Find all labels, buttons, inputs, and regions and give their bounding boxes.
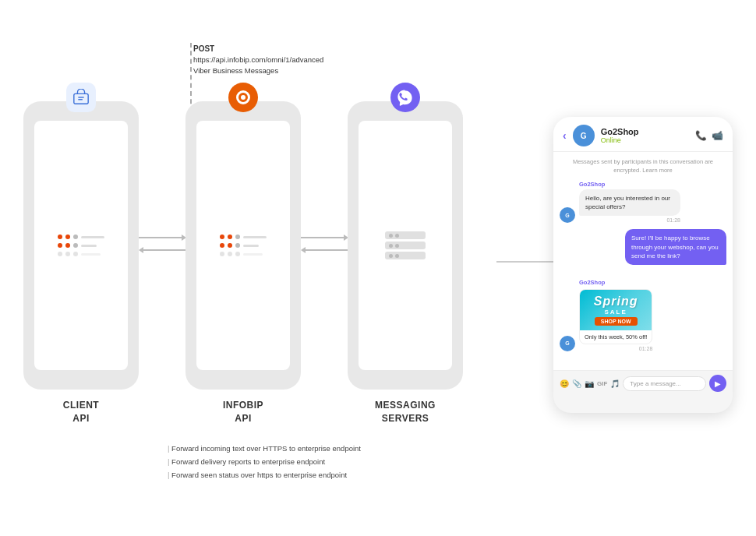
messaging-servers-label: MESSAGING SERVERS <box>375 399 436 425</box>
client-api-icon <box>66 83 96 112</box>
bottom-line-2: Forward delivery reports to enterprise e… <box>168 455 361 468</box>
post-url: https://api.infobip.com/omni/1/advanced <box>193 55 323 65</box>
msg-bubble-1: Hello, are you interested in our special… <box>579 189 680 216</box>
post-label: POST <box>193 43 323 55</box>
viber-header-icons: 📞 📹 <box>695 130 723 141</box>
viber-call-icon[interactable]: 📞 <box>695 130 707 141</box>
viber-contact-name: Go2Shop <box>601 127 689 136</box>
messaging-servers-phone-box <box>348 101 463 390</box>
post-desc: Viber Business Messages <box>193 65 323 76</box>
messaging-servers-unit: MESSAGING SERVERS <box>348 101 463 425</box>
camera-icon[interactable]: 📷 <box>585 379 594 388</box>
infobip-api-phone-box <box>185 101 301 390</box>
spring-sale-image: Spring SALE SHOP NOW <box>580 290 652 330</box>
infobip-api-label: INFOBIP API <box>223 399 263 425</box>
viber-contact-avatar: G <box>573 125 595 146</box>
msg-sender-3: Go2Shop <box>579 279 652 286</box>
client-api-phone-box <box>23 101 139 390</box>
connect-line-to-viber <box>496 261 557 263</box>
sale-label: SALE <box>604 309 627 316</box>
bottom-line-3: Forward seen status over https to enterp… <box>168 468 361 481</box>
attach-icon[interactable]: 📎 <box>572 379 581 388</box>
msg-avatar-3: G <box>560 336 575 351</box>
message-3: G Go2Shop Spring SALE SHOP NOW Only this… <box>560 279 726 351</box>
arrow-client-to-infobip <box>139 235 185 253</box>
viber-chat-header: ‹ G Go2Shop Online 📞 📹 <box>553 117 733 152</box>
viber-phone-mockup: ‹ G Go2Shop Online 📞 📹 Messages sent by … <box>553 117 733 413</box>
msg-avatar-1: G <box>560 207 575 223</box>
infobip-api-dots <box>220 235 267 256</box>
arrow-infobip-to-messaging <box>301 235 348 253</box>
msg-time-3: 01:28 <box>579 346 652 351</box>
message-1: G Go2Shop Hello, are you interested in o… <box>560 181 726 223</box>
audio-icon[interactable]: 🎵 <box>610 379 620 388</box>
infobip-api-unit: INFOBIP API <box>185 101 301 425</box>
messaging-servers-phone-screen <box>359 121 452 370</box>
spring-title: Spring <box>594 294 638 309</box>
viber-message-input[interactable]: Type a message... <box>623 376 706 391</box>
svg-rect-0 <box>74 93 88 104</box>
client-api-dots <box>58 235 104 256</box>
bottom-line-1: Forward incoming text over HTTPS to ente… <box>168 442 361 455</box>
viber-video-icon[interactable]: 📹 <box>712 130 723 141</box>
msg-time-2: 01:28 ✓✓ <box>625 266 726 273</box>
msg-bubble-2: Sure! I'll be happy to browse through yo… <box>625 229 726 265</box>
client-api-unit: CLIENT API <box>23 101 139 425</box>
spring-caption: Only this week, 50% off! <box>580 330 652 344</box>
shop-now-button[interactable]: SHOP NOW <box>595 317 638 326</box>
emoji-icon[interactable]: 😊 <box>560 379 569 388</box>
spring-sale-card: Spring SALE SHOP NOW Only this week, 50%… <box>579 289 652 344</box>
viber-input-placeholder: Type a message... <box>630 380 680 387</box>
message-2: Sure! I'll be happy to browse through yo… <box>560 229 726 273</box>
infobip-api-phone-screen <box>196 121 290 370</box>
client-api-phone-screen <box>34 121 128 370</box>
viber-back-button[interactable]: ‹ <box>563 129 567 142</box>
viber-contact-info: Go2Shop Online <box>601 127 689 144</box>
viber-messages-area: Messages sent by participants in this co… <box>553 152 733 370</box>
viber-contact-status: Online <box>601 136 689 144</box>
infobip-api-icon <box>228 83 258 112</box>
post-annotation: POST https://api.infobip.com/omni/1/adva… <box>193 43 323 77</box>
viber-input-bar: 😊 📎 📷 GIF 🎵 Type a message... ▶ <box>553 370 733 396</box>
messaging-servers-icon <box>390 83 420 112</box>
gif-icon[interactable]: GIF <box>597 380 607 387</box>
viber-send-button[interactable]: ▶ <box>709 375 726 392</box>
phones-row: CLIENT API <box>23 101 463 425</box>
viber-toolbar-icons: 😊 📎 📷 GIF 🎵 <box>560 379 620 388</box>
server-stack-icon <box>385 231 426 259</box>
bottom-annotation: Forward incoming text over HTTPS to ente… <box>168 442 361 481</box>
client-api-label: CLIENT API <box>63 399 99 425</box>
msg-time-1: 01:28 <box>579 217 680 223</box>
encrypted-notice: Messages sent by participants in this co… <box>560 158 726 175</box>
diagram-container: POST https://api.infobip.com/omni/1/adva… <box>0 0 756 536</box>
msg-sender-1: Go2Shop <box>579 181 680 188</box>
